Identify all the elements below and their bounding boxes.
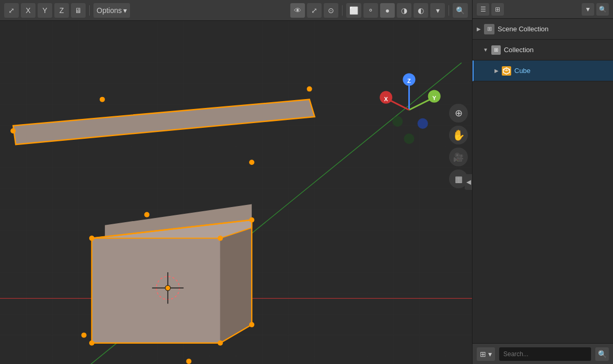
separator-2 <box>342 5 343 16</box>
svg-marker-42 <box>220 220 252 343</box>
collection-icon: ⊞ <box>491 45 501 55</box>
global-btn[interactable]: 🖥 <box>71 3 86 18</box>
separator-3 <box>449 5 449 16</box>
svg-point-54 <box>186 359 192 364</box>
viewport: ⤢ X Y Z 🖥 Options ▾ 👁 ⤢ ⊙ ⬜ ⚬ ● ◑ ◐ <box>0 0 472 364</box>
view-layer-btn[interactable]: ⬜ <box>346 3 361 18</box>
panel-footer: ⊞ ▾ 🔍 <box>473 343 613 364</box>
material-shading-btn[interactable]: ◑ <box>397 3 411 18</box>
scene-viewport[interactable]: Z Y X <box>0 21 472 364</box>
options-chevron-icon: ▾ <box>123 6 127 15</box>
outliner-content: ▶ ⊞ Scene Collection ▼ ⊞ Collection ▶ <box>473 19 613 343</box>
outliner-type-btn[interactable]: ⊞ <box>491 3 504 16</box>
main-container: ⤢ X Y Z 🖥 Options ▾ 👁 ⤢ ⊙ ⬜ ⚬ ● ◑ ◐ <box>0 0 613 364</box>
search-btn[interactable]: 🔍 <box>596 3 609 16</box>
outliner-menu-btn[interactable]: ☰ <box>477 3 489 16</box>
svg-point-70 <box>404 134 414 144</box>
svg-point-47 <box>249 217 254 223</box>
cube-label: Cube <box>514 67 609 75</box>
toolbar-right: 👁 ⤢ ⊙ ⬜ ⚬ ● ◑ ◐ ▾ 🔍 <box>290 3 468 18</box>
collection-item[interactable]: ▼ ⊞ Collection <box>473 40 613 60</box>
svg-line-74 <box>503 69 506 71</box>
cube-expand-icon: ▶ <box>494 68 499 74</box>
scene-collection-item[interactable]: ▶ ⊞ Scene Collection <box>473 19 613 40</box>
cube-mesh-icon <box>502 66 511 76</box>
panel-header: ☰ ⊞ ▼ 🔍 <box>473 0 613 19</box>
scene-collection-label: Scene Collection <box>498 25 609 33</box>
panel-header-icons: ☰ ⊞ <box>477 3 504 16</box>
svg-point-58 <box>165 285 170 290</box>
snap-settings-btn[interactable]: ⊙ <box>324 3 338 18</box>
options-dropdown-btn[interactable]: Options ▾ <box>93 3 130 18</box>
collection-label: Collection <box>504 46 609 54</box>
separator-1 <box>89 5 90 16</box>
svg-point-39 <box>249 160 254 165</box>
options-label: Options <box>97 6 122 15</box>
svg-point-48 <box>249 322 254 327</box>
svg-point-46 <box>89 236 95 241</box>
render-shading-btn[interactable]: ◐ <box>414 3 428 18</box>
collapse-arrow-icon: ◀ <box>466 178 471 186</box>
svg-text:Z: Z <box>407 78 411 84</box>
collection-triangle-icon: ▼ <box>483 47 488 53</box>
panel-header-right: ▼ 🔍 <box>582 3 609 16</box>
shading-more-btn[interactable]: ▾ <box>430 3 445 18</box>
transform-btn[interactable]: ⤢ <box>307 3 322 18</box>
svg-point-68 <box>418 118 428 129</box>
cube-outliner-item[interactable]: ▶ Cube <box>473 60 613 81</box>
pan-btn[interactable]: ✋ <box>449 126 468 144</box>
panel-collapse-btn[interactable]: ◀ <box>465 174 472 190</box>
x-axis-btn[interactable]: X <box>21 3 36 18</box>
svg-point-69 <box>392 116 403 127</box>
filter-btn[interactable]: ▼ <box>582 3 594 16</box>
search-viewport-btn[interactable]: 🔍 <box>453 3 468 18</box>
viewport-toolbar: ⤢ X Y Z 🖥 Options ▾ 👁 ⤢ ⊙ ⬜ ⚬ ● ◑ ◐ <box>0 0 472 21</box>
svg-text:X: X <box>384 96 388 102</box>
svg-point-51 <box>218 341 223 346</box>
svg-line-73 <box>506 69 510 71</box>
svg-point-36 <box>100 97 105 102</box>
svg-point-50 <box>218 236 223 241</box>
solid-shading-btn[interactable]: ● <box>380 3 395 18</box>
snap-icon-btn[interactable]: ⤢ <box>4 3 19 18</box>
zoom-plus-btn[interactable]: ⊕ <box>449 104 468 123</box>
display-mode-chevron: ▾ <box>488 350 492 358</box>
svg-marker-41 <box>92 238 220 343</box>
wire-shading-btn[interactable]: ⚬ <box>363 3 378 18</box>
svg-text:Y: Y <box>432 95 437 101</box>
svg-point-49 <box>89 341 95 346</box>
svg-point-38 <box>10 128 16 134</box>
outliner-search-input[interactable] <box>499 347 591 361</box>
svg-point-37 <box>307 87 312 92</box>
camera-btn[interactable]: 🎥 <box>449 148 468 166</box>
viewport-shading-eye-btn[interactable]: 👁 <box>290 3 305 18</box>
display-mode-btn[interactable]: ⊞ ▾ <box>477 347 495 361</box>
display-mode-icon: ⊞ <box>480 350 486 358</box>
y-axis-btn[interactable]: Y <box>38 3 52 18</box>
z-axis-btn[interactable]: Z <box>54 3 69 18</box>
outliner-search-btn[interactable]: 🔍 <box>595 347 609 361</box>
svg-point-53 <box>81 333 87 338</box>
right-panel: ☰ ⊞ ▼ 🔍 ▶ ⊞ Scene Collection ▼ ⊞ Collect… <box>472 0 613 364</box>
svg-point-52 <box>144 212 149 217</box>
scene-collection-icon: ⊞ <box>484 24 494 34</box>
scene-icon: ▶ <box>477 26 481 32</box>
